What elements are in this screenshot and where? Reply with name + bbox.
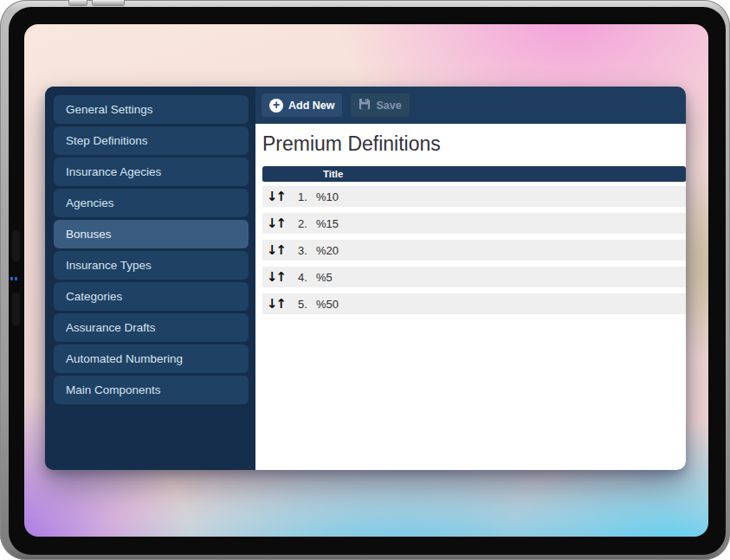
save-button[interactable]: Save bbox=[351, 93, 409, 117]
sort-reorder-icon[interactable]: ↓↑ bbox=[262, 296, 298, 312]
sidebar-item-bonuses[interactable]: Bonuses bbox=[54, 220, 249, 248]
row-title: %10 bbox=[316, 190, 339, 203]
sidebar-item-categories[interactable]: Categories bbox=[54, 282, 249, 311]
sidebar-item-automated-numbering[interactable]: Automated Numbering bbox=[54, 344, 249, 373]
row-number: 5. bbox=[298, 298, 316, 311]
tablet-connector-dot bbox=[10, 277, 13, 280]
tablet-side-detail bbox=[12, 230, 20, 261]
add-new-button[interactable]: + Add New bbox=[262, 93, 342, 117]
row-number: 2. bbox=[298, 217, 316, 230]
row-title: %20 bbox=[316, 244, 339, 257]
row-title: %5 bbox=[316, 271, 333, 284]
add-new-button-label: Add New bbox=[288, 100, 334, 112]
table-rows: ↓↑ 1. %10 ↓↑ 2. %15 ↓↑ 3. %20 bbox=[262, 186, 686, 314]
tablet-connector-dot bbox=[15, 277, 17, 280]
tablet-device-frame: General Settings Step Definitions Insura… bbox=[0, 0, 730, 560]
save-button-label: Save bbox=[376, 100, 401, 112]
toolbar: + Add New Save bbox=[255, 87, 686, 124]
sort-reorder-icon[interactable]: ↓↑ bbox=[262, 269, 298, 285]
row-title: %50 bbox=[316, 298, 339, 311]
row-title: %15 bbox=[316, 217, 339, 230]
table-row[interactable]: ↓↑ 5. %50 bbox=[262, 293, 686, 314]
settings-app-window: General Settings Step Definitions Insura… bbox=[45, 87, 686, 470]
sort-reorder-icon[interactable]: ↓↑ bbox=[262, 216, 298, 231]
tablet-volume-button bbox=[93, 0, 124, 5]
row-number: 3. bbox=[298, 244, 316, 257]
sidebar-item-main-components[interactable]: Main Components bbox=[54, 376, 249, 404]
premium-definitions-table: Title ↓↑ 1. %10 ↓↑ 2. %15 bbox=[262, 166, 686, 314]
sidebar-item-agencies[interactable]: Agencies bbox=[54, 189, 249, 217]
row-number: 1. bbox=[298, 190, 316, 203]
table-row[interactable]: ↓↑ 2. %15 bbox=[262, 213, 686, 234]
floppy-disk-save-icon bbox=[359, 98, 371, 113]
table-row[interactable]: ↓↑ 1. %10 bbox=[262, 186, 686, 207]
table-row[interactable]: ↓↑ 4. %5 bbox=[262, 267, 686, 287]
tablet-side-detail bbox=[12, 293, 20, 325]
sort-reorder-icon[interactable]: ↓↑ bbox=[262, 189, 298, 204]
column-header-title: Title bbox=[323, 169, 343, 179]
settings-sidebar: General Settings Step Definitions Insura… bbox=[45, 87, 255, 470]
plus-circle-icon: + bbox=[269, 99, 283, 113]
page-title: Premium Definitions bbox=[262, 132, 686, 156]
device-screen-wallpaper: General Settings Step Definitions Insura… bbox=[24, 24, 708, 537]
row-number: 4. bbox=[298, 271, 316, 284]
sidebar-item-assurance-drafts[interactable]: Assurance Drafts bbox=[54, 313, 249, 342]
table-header-row: Title bbox=[262, 166, 686, 182]
content-area: Premium Definitions Title ↓↑ 1. %10 ↓↑ bbox=[255, 124, 686, 470]
tablet-top-button bbox=[69, 0, 87, 5]
sort-reorder-icon[interactable]: ↓↑ bbox=[262, 242, 298, 258]
sidebar-item-insurance-types[interactable]: Insurance Types bbox=[54, 251, 249, 280]
table-row[interactable]: ↓↑ 3. %20 bbox=[262, 240, 686, 261]
sidebar-item-insurance-agecies[interactable]: Insurance Agecies bbox=[54, 158, 249, 186]
sidebar-item-step-definitions[interactable]: Step Definitions bbox=[54, 126, 249, 155]
sidebar-item-general-settings[interactable]: General Settings bbox=[54, 95, 249, 124]
